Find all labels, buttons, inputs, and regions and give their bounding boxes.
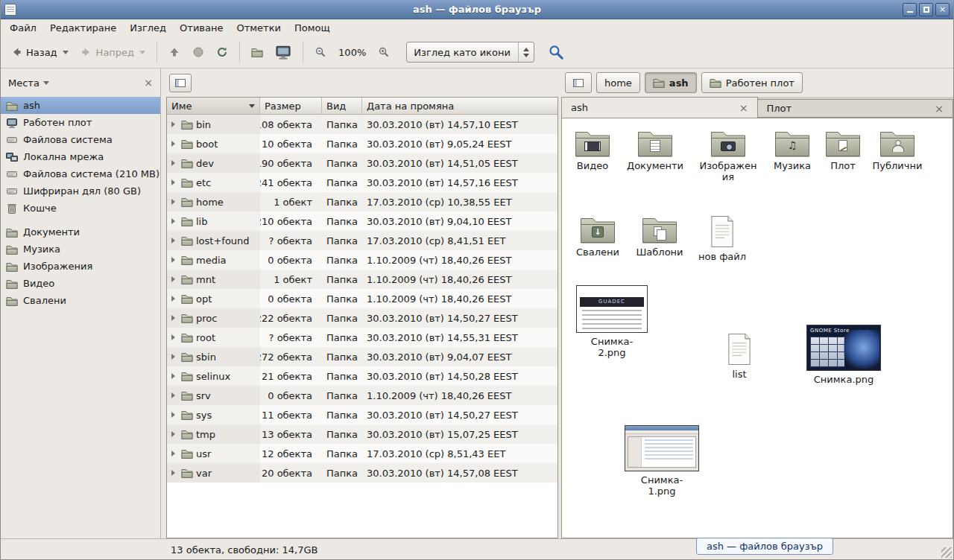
file-snimka[interactable]: GNOME Store Снимка.png (808, 325, 879, 385)
menu-edit[interactable]: Редактиране (43, 20, 123, 36)
menu-help[interactable]: Помощ (288, 20, 337, 36)
view-mode-select[interactable]: Изглед като икони (406, 42, 534, 63)
sidebar-item-trash[interactable]: Кошче (1, 200, 160, 217)
menu-view[interactable]: Изглед (123, 20, 173, 36)
zoom-in-button[interactable] (372, 41, 396, 63)
pane-toggle-button[interactable] (169, 74, 192, 92)
sidebar-item-pictures[interactable]: Изображения (1, 258, 160, 275)
folder-pictures[interactable]: Изображения (692, 129, 764, 182)
tab-desktop[interactable]: Плот × (758, 99, 954, 118)
maximize-button[interactable] (919, 3, 933, 16)
up-button[interactable] (162, 41, 186, 63)
expander-icon[interactable] (171, 218, 175, 224)
expander-icon[interactable] (171, 141, 175, 147)
sidebar-item-desktop[interactable]: Работен плот (1, 114, 160, 131)
menu-file[interactable]: Файл (3, 20, 43, 36)
expander-icon[interactable] (171, 470, 175, 476)
breadcrumb-ash[interactable]: ash (645, 72, 697, 93)
folder-downloads[interactable]: ↓ Свалени (562, 215, 634, 258)
table-row[interactable]: tmp 13 обекта Папка 30.03.2010 (вт) 15,0… (167, 424, 557, 444)
file-new-file[interactable]: нов файл (686, 215, 758, 262)
reload-button[interactable] (210, 41, 234, 63)
file-snimka-1[interactable]: Снимка-1.png (626, 425, 698, 497)
expander-icon[interactable] (171, 276, 175, 282)
table-row[interactable]: usr 12 обекта Папка 17.03.2010 (ср) 8,51… (167, 444, 557, 463)
file-snimka-2[interactable]: GUADEC Снимка-2.png (576, 285, 648, 358)
sidebar-item-music[interactable]: Музика (1, 241, 160, 258)
minimize-button[interactable] (903, 3, 917, 16)
breadcrumb-desktop[interactable]: Работен плот (701, 72, 803, 93)
column-header-size[interactable]: Размер (260, 98, 322, 115)
expander-icon[interactable] (171, 121, 175, 127)
tab-close-icon[interactable]: × (935, 104, 944, 114)
icon-view[interactable]: Видео Документи Изображения ♫ (561, 118, 953, 538)
stop-button[interactable] (186, 41, 210, 63)
table-row[interactable]: home 1 обект Папка 17.03.2010 (ср) 10,38… (167, 192, 557, 211)
close-button[interactable]: × (935, 3, 950, 16)
menu-bookmarks[interactable]: Отметки (230, 20, 287, 36)
expander-icon[interactable] (171, 238, 175, 244)
zoom-out-button[interactable] (309, 41, 332, 63)
table-row[interactable]: mnt 1 обект Папка 1.10.2009 (чт) 18,40,2… (167, 270, 557, 289)
table-row[interactable]: sbin 272 обекта Папка 30.03.2010 (вт) 9,… (167, 347, 557, 366)
table-row[interactable]: etc 241 обекта Папка 30.03.2010 (вт) 14,… (167, 173, 557, 192)
menu-go[interactable]: Отиване (173, 20, 230, 36)
expander-icon[interactable] (171, 315, 175, 321)
places-dropdown-chevron-icon[interactable] (43, 81, 49, 85)
folder-video[interactable]: Видео (561, 129, 628, 171)
sidebar-item-downloads[interactable]: Свалени (1, 292, 160, 309)
search-button[interactable] (542, 39, 570, 66)
column-header-name[interactable]: Име (167, 98, 260, 115)
expander-icon[interactable] (171, 412, 175, 418)
back-button[interactable]: Назад (4, 41, 75, 63)
expander-icon[interactable] (171, 431, 175, 437)
column-header-date[interactable]: Дата на промяна (362, 98, 557, 115)
sidebar-item-video[interactable]: Видео (1, 275, 160, 292)
sidebar-close-icon[interactable]: × (144, 77, 153, 88)
table-row[interactable]: media 0 обекта Папка 1.10.2009 (чт) 18,4… (167, 250, 557, 270)
sidebar-item-filesystem-210mb[interactable]: Файлова система (210 MB) (1, 165, 160, 182)
table-row[interactable]: bin 108 обекта Папка 30.03.2010 (вт) 14,… (167, 115, 557, 134)
sidebar-item-documents[interactable]: Документи (1, 223, 160, 241)
back-history-chevron-icon[interactable] (63, 51, 69, 54)
table-row[interactable]: boot 10 обекта Папка 30.03.2010 (вт) 9,0… (167, 134, 557, 153)
table-row[interactable]: lost+found ? обекта Папка 17.03.2010 (ср… (167, 231, 557, 250)
sidebar-item-encrypted-80gb[interactable]: Шифриран дял (80 GB) (1, 182, 160, 200)
resize-grip[interactable] (941, 547, 952, 558)
file-list[interactable]: list (704, 333, 775, 380)
folder-public[interactable]: Публични (862, 129, 933, 171)
table-row[interactable]: opt 0 обекта Папка 1.10.2009 (чт) 18,40,… (167, 289, 557, 308)
expander-icon[interactable] (171, 373, 175, 379)
expander-icon[interactable] (171, 392, 175, 398)
places-title[interactable]: Места (8, 77, 40, 89)
expander-icon[interactable] (171, 354, 175, 360)
expander-icon[interactable] (171, 199, 175, 205)
table-row[interactable]: dev 190 обекта Папка 30.03.2010 (вт) 14,… (167, 153, 557, 173)
expander-icon[interactable] (171, 179, 175, 185)
table-row[interactable]: lib 210 обекта Папка 30.03.2010 (вт) 9,0… (167, 211, 557, 231)
forward-button[interactable]: Напред (75, 41, 151, 63)
sidebar-item-ash[interactable]: ash (1, 97, 160, 114)
table-row[interactable]: srv 0 обекта Папка 1.10.2009 (чт) 18,40,… (167, 386, 557, 405)
tab-ash[interactable]: ash × (561, 97, 758, 118)
tab-close-icon[interactable]: × (739, 103, 748, 113)
folder-documents[interactable]: Документи (619, 129, 691, 171)
table-row[interactable]: sys 11 обекта Папка 30.03.2010 (вт) 14,5… (167, 405, 557, 424)
expander-icon[interactable] (171, 296, 175, 302)
folder-templates[interactable]: Шаблони (624, 215, 695, 258)
table-row[interactable]: proc 222 обекта Папка 30.03.2010 (вт) 14… (167, 308, 557, 328)
computer-button[interactable] (269, 39, 297, 66)
table-row[interactable]: root ? обекта Папка 30.03.2010 (вт) 14,5… (167, 328, 557, 347)
home-button[interactable] (245, 41, 269, 63)
expander-icon[interactable] (171, 257, 175, 263)
sidebar-item-local-network[interactable]: Локална мрежа (1, 148, 160, 165)
breadcrumb-scroll-button[interactable] (565, 72, 592, 93)
breadcrumb-home[interactable]: home (596, 72, 640, 93)
sidebar-item-filesystem[interactable]: Файлова система (1, 131, 160, 148)
titlebar[interactable]: ash — файлов браузър × (1, 0, 953, 19)
column-header-type[interactable]: Вид (322, 98, 362, 115)
table-row[interactable]: var 20 обекта Папка 30.03.2010 (вт) 14,5… (167, 463, 557, 483)
expander-icon[interactable] (171, 160, 175, 166)
table-row[interactable]: selinux 21 обекта Папка 30.03.2010 (вт) … (167, 366, 557, 386)
expander-icon[interactable] (171, 334, 175, 340)
